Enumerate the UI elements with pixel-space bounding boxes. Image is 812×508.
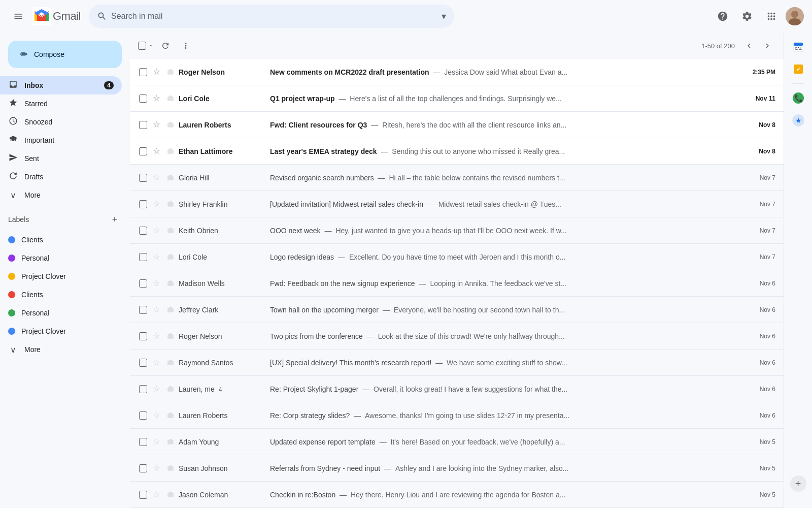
star-button[interactable]: ☆ — [150, 463, 162, 473]
prev-page-button[interactable] — [741, 38, 757, 54]
sidebar-item-snoozed[interactable]: Snoozed — [0, 113, 122, 131]
row-checkbox-area[interactable] — [138, 227, 148, 235]
refresh-button[interactable] — [156, 37, 175, 55]
email-checkbox[interactable] — [139, 491, 147, 499]
email-checkbox[interactable] — [139, 438, 147, 446]
more-options-button[interactable] — [177, 37, 195, 55]
star-button[interactable]: ☆ — [150, 146, 162, 156]
right-add-app-button[interactable]: + — [790, 475, 806, 492]
row-checkbox-area[interactable] — [138, 121, 148, 129]
row-checkbox-area[interactable] — [138, 464, 148, 472]
row-checkbox-area[interactable] — [138, 174, 148, 182]
email-checkbox[interactable] — [139, 306, 147, 314]
avatar[interactable] — [786, 7, 804, 25]
email-checkbox[interactable] — [139, 68, 147, 76]
right-app-calendar[interactable]: CAL — [788, 37, 808, 57]
table-row[interactable]: ☆ Ethan Lattimore Last year's EMEA strat… — [130, 138, 784, 165]
email-checkbox[interactable] — [139, 332, 147, 340]
table-row[interactable]: ☆ Lauren Roberts Re: Corp strategy slide… — [130, 402, 784, 429]
label-item-clients2[interactable]: Clients — [0, 285, 122, 304]
star-button[interactable]: ☆ — [150, 490, 162, 499]
compose-button[interactable]: ✏ Compose — [8, 41, 122, 68]
row-checkbox-area[interactable] — [138, 438, 148, 446]
table-row[interactable]: ☆ Keith Obrien OOO next week — Hey, just… — [130, 217, 784, 244]
table-row[interactable]: ☆ Susan Johnson Referrals from Sydney - … — [130, 455, 784, 482]
label-item-personal1[interactable]: Personal — [0, 249, 122, 267]
star-button[interactable]: ☆ — [150, 120, 162, 130]
select-all-checkbox[interactable] — [138, 42, 146, 50]
table-row[interactable]: ☆ Lori Cole Logo redesign ideas — Excell… — [130, 244, 784, 270]
email-checkbox[interactable] — [139, 464, 147, 472]
star-button[interactable]: ☆ — [150, 384, 162, 394]
row-checkbox-area[interactable] — [138, 332, 148, 340]
table-row[interactable]: ☆ Raymond Santos [UX] Special delivery! … — [130, 350, 784, 376]
table-row[interactable]: ☆ Lauren Roberts Fwd: Client resources f… — [130, 112, 784, 138]
email-checkbox[interactable] — [139, 121, 147, 129]
hamburger-menu[interactable] — [8, 6, 28, 26]
label-item-project-clover2[interactable]: Project Clover — [0, 322, 122, 340]
email-checkbox[interactable] — [139, 253, 147, 261]
table-row[interactable]: ☆ Adam Young Updated expense report temp… — [130, 429, 784, 455]
row-checkbox-area[interactable] — [138, 200, 148, 208]
sidebar-item-starred[interactable]: Starred — [0, 94, 122, 113]
email-checkbox[interactable] — [139, 227, 147, 235]
table-row[interactable]: ☆ Roger Nelson New comments on MCR2022 d… — [130, 59, 784, 85]
sidebar-item-important[interactable]: Important — [0, 131, 122, 149]
star-button[interactable]: ☆ — [150, 252, 162, 262]
search-bar[interactable]: ▾ — [89, 5, 454, 28]
star-button[interactable]: ☆ — [150, 93, 162, 103]
star-button[interactable]: ☆ — [150, 331, 162, 341]
label-item-personal2[interactable]: Personal — [0, 304, 122, 322]
right-app-phone[interactable]: 📞 — [788, 88, 808, 108]
email-checkbox[interactable] — [139, 174, 147, 182]
label-item-clients1[interactable]: Clients — [0, 231, 122, 249]
apps-button[interactable] — [761, 6, 782, 26]
star-button[interactable]: ☆ — [150, 173, 162, 182]
right-app-keep[interactable]: ★ — [788, 110, 808, 131]
star-button[interactable]: ☆ — [150, 226, 162, 235]
table-row[interactable]: ☆ Shirley Franklin [Updated invitation] … — [130, 191, 784, 217]
sidebar-item-sent[interactable]: Sent — [0, 149, 122, 168]
email-checkbox[interactable] — [139, 147, 147, 155]
select-dropdown[interactable] — [147, 40, 154, 52]
right-app-tasks[interactable]: ✓ — [788, 59, 808, 79]
row-checkbox-area[interactable] — [138, 359, 148, 367]
next-page-button[interactable] — [759, 38, 775, 54]
email-checkbox[interactable] — [139, 359, 147, 367]
label-item-project-clover1[interactable]: Project Clover — [0, 267, 122, 285]
star-button[interactable]: ☆ — [150, 305, 162, 314]
table-row[interactable]: ☆ Lauren, me 4 Re: Project Skylight 1-pa… — [130, 376, 784, 402]
sidebar-item-more[interactable]: ∨ More — [0, 186, 122, 204]
email-checkbox[interactable] — [139, 200, 147, 208]
email-checkbox[interactable] — [139, 279, 147, 288]
row-checkbox-area[interactable] — [138, 279, 148, 288]
table-row[interactable]: ☆ Roger Nelson Two pics from the confere… — [130, 323, 784, 350]
search-input[interactable] — [111, 12, 437, 21]
labels-more-item[interactable]: ∨ More — [0, 340, 122, 359]
settings-button[interactable] — [737, 6, 757, 26]
star-button[interactable]: ☆ — [150, 358, 162, 367]
table-row[interactable]: ☆ Lori Cole Q1 project wrap-up — Here's … — [130, 85, 784, 112]
star-button[interactable]: ☆ — [150, 278, 162, 288]
star-button[interactable]: ☆ — [150, 437, 162, 447]
row-checkbox-area[interactable] — [138, 491, 148, 499]
row-checkbox-area[interactable] — [138, 306, 148, 314]
email-checkbox[interactable] — [139, 385, 147, 393]
labels-add-button[interactable]: + — [108, 212, 122, 227]
sidebar-item-drafts[interactable]: Drafts — [0, 168, 122, 186]
sidebar-item-inbox[interactable]: Inbox 4 — [0, 76, 122, 94]
star-button[interactable]: ☆ — [150, 199, 162, 209]
email-checkbox[interactable] — [139, 411, 147, 420]
table-row[interactable]: ☆ Gloria Hill Revised organic search num… — [130, 165, 784, 191]
table-row[interactable]: ☆ Madison Wells Fwd: Feedback on the new… — [130, 270, 784, 297]
row-checkbox-area[interactable] — [138, 94, 148, 103]
table-row[interactable]: ☆ Jeffrey Clark Town hall on the upcomin… — [130, 297, 784, 323]
help-button[interactable] — [713, 6, 733, 26]
row-checkbox-area[interactable] — [138, 147, 148, 155]
table-row[interactable]: ☆ Jason Coleman Checkin in re:Boston — H… — [130, 482, 784, 508]
row-checkbox-area[interactable] — [138, 253, 148, 261]
star-button[interactable]: ☆ — [150, 410, 162, 420]
star-button[interactable]: ☆ — [150, 67, 162, 77]
email-checkbox[interactable] — [139, 94, 147, 103]
row-checkbox-area[interactable] — [138, 411, 148, 420]
